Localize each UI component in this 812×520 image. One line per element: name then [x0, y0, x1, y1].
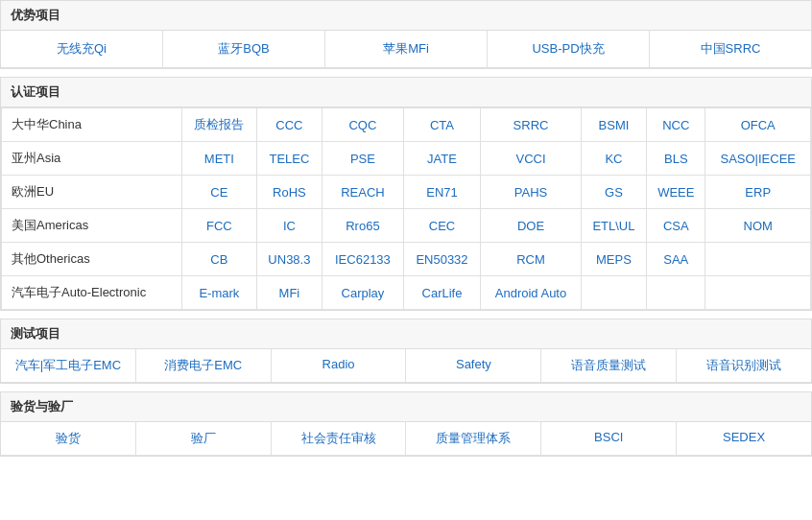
cert-cell-2-6[interactable]: WEEE	[647, 176, 705, 209]
advantage-row: 无线充Qi 蓝牙BQB 苹果MFi USB-PD快充 中国SRRC	[1, 31, 811, 68]
cert-cell-2-7[interactable]: ERP	[705, 176, 811, 209]
cert-label-3: 美国Americas	[2, 209, 182, 243]
testing-section: 测试项目 汽车|军工电子EMC消费电子EMCRadioSafety语音质量测试语…	[0, 319, 812, 384]
adv-cell-2[interactable]: 苹果MFi	[325, 31, 488, 67]
cert-cell-3-0[interactable]: FCC	[182, 209, 257, 243]
cert-cell-4-0[interactable]: CB	[182, 243, 257, 276]
verify-cell-1[interactable]: 验厂	[136, 422, 272, 455]
cert-row-0: 大中华China质检报告CCCCQCCTASRRCBSMINCCOFCA	[2, 108, 811, 142]
cert-cell-2-1[interactable]: RoHS	[256, 176, 322, 209]
cert-row-4: 其他OthericasCBUN38.3IEC62133EN50332RCMMEP…	[2, 243, 811, 276]
cert-cell-1-1[interactable]: TELEC	[256, 142, 322, 176]
certification-title: 认证项目	[0, 77, 812, 106]
adv-cell-0[interactable]: 无线充Qi	[1, 31, 163, 67]
verify-cell-2[interactable]: 社会责任审核	[272, 422, 407, 455]
cert-label-5: 汽车电子Auto-Electronic	[2, 276, 182, 310]
cert-cell-4-5[interactable]: MEPS	[581, 243, 646, 276]
certification-table: 大中华China质检报告CCCCQCCTASRRCBSMINCCOFCA亚州As…	[1, 107, 811, 310]
cert-cell-1-2[interactable]: PSE	[322, 142, 404, 176]
cert-cell-0-5[interactable]: BSMI	[581, 108, 646, 142]
cert-cell-4-2[interactable]: IEC62133	[322, 243, 404, 276]
test-cell-2[interactable]: Radio	[272, 349, 407, 382]
adv-cell-4[interactable]: 中国SRRC	[650, 31, 811, 67]
advantage-section: 优势项目 无线充Qi 蓝牙BQB 苹果MFi USB-PD快充 中国SRRC	[0, 0, 812, 69]
cert-label-0: 大中华China	[2, 108, 182, 142]
certification-section: 认证项目 大中华China质检报告CCCCQCCTASRRCBSMINCCOFC…	[0, 77, 812, 311]
cert-cell-3-3[interactable]: CEC	[403, 209, 480, 243]
cert-row-5: 汽车电子Auto-ElectronicE-markMFiCarplayCarLi…	[2, 276, 811, 310]
cert-cell-5-0[interactable]: E-mark	[182, 276, 257, 310]
cert-cell-5-3[interactable]: CarLife	[403, 276, 480, 310]
cert-cell-2-3[interactable]: EN71	[403, 176, 480, 209]
adv-cell-1[interactable]: 蓝牙BQB	[163, 31, 325, 67]
testing-title: 测试项目	[0, 319, 812, 348]
cert-cell-0-2[interactable]: CQC	[322, 108, 404, 142]
cert-cell-3-4[interactable]: DOE	[481, 209, 582, 243]
test-cell-1[interactable]: 消费电子EMC	[136, 349, 272, 382]
cert-cell-3-6[interactable]: CSA	[647, 209, 705, 243]
cert-cell-1-6[interactable]: BLS	[647, 142, 705, 176]
cert-cell-0-1[interactable]: CCC	[256, 108, 322, 142]
cert-cell-5-2[interactable]: Carplay	[322, 276, 404, 310]
cert-cell-0-7[interactable]: OFCA	[705, 108, 811, 142]
cert-cell-1-5[interactable]: KC	[581, 142, 646, 176]
verify-cell-3[interactable]: 质量管理体系	[406, 422, 541, 455]
cert-cell-1-7[interactable]: SASO|IECEE	[705, 142, 811, 176]
cert-cell-3-7[interactable]: NOM	[705, 209, 811, 243]
cert-cell-4-1[interactable]: UN38.3	[256, 243, 322, 276]
verify-cell-0[interactable]: 验货	[1, 422, 136, 455]
cert-cell-4-4[interactable]: RCM	[481, 243, 582, 276]
verify-cell-4[interactable]: BSCI	[541, 422, 677, 455]
test-cell-0[interactable]: 汽车|军工电子EMC	[1, 349, 136, 382]
cert-cell-4-3[interactable]: EN50332	[403, 243, 480, 276]
cert-cell-1-0[interactable]: METI	[182, 142, 257, 176]
verification-section: 验货与验厂 验货验厂社会责任审核质量管理体系BSCISEDEX	[0, 391, 812, 457]
cert-cell-0-0[interactable]: 质检报告	[182, 108, 257, 142]
adv-cell-3[interactable]: USB-PD快充	[488, 31, 650, 67]
cert-row-3: 美国AmericasFCCICRro65CECDOEETL\ULCSANOM	[2, 209, 811, 243]
cert-cell-2-4[interactable]: PAHS	[481, 176, 582, 209]
cert-cell-3-1[interactable]: IC	[256, 209, 322, 243]
cert-cell-1-3[interactable]: JATE	[403, 142, 480, 176]
cert-cell-4-7	[705, 243, 811, 276]
cert-cell-0-4[interactable]: SRRC	[481, 108, 582, 142]
cert-cell-4-6[interactable]: SAA	[647, 243, 705, 276]
cert-cell-0-3[interactable]: CTA	[403, 108, 480, 142]
cert-label-4: 其他Othericas	[2, 243, 182, 276]
cert-row-2: 欧洲EUCERoHSREACHEN71PAHSGSWEEEERP	[2, 176, 811, 209]
cert-cell-1-4[interactable]: VCCI	[481, 142, 582, 176]
cert-cell-2-0[interactable]: CE	[182, 176, 257, 209]
cert-cell-5-6	[647, 276, 705, 310]
test-cell-5[interactable]: 语音识别测试	[677, 349, 811, 382]
cert-row-1: 亚州AsiaMETITELECPSEJATEVCCIKCBLSSASO|IECE…	[2, 142, 811, 176]
cert-cell-5-5	[581, 276, 646, 310]
cert-cell-5-7	[705, 276, 811, 310]
verify-cell-5[interactable]: SEDEX	[677, 422, 811, 455]
cert-cell-2-2[interactable]: REACH	[322, 176, 404, 209]
test-cell-3[interactable]: Safety	[406, 349, 541, 382]
test-cell-4[interactable]: 语音质量测试	[541, 349, 677, 382]
cert-cell-5-4[interactable]: Android Auto	[481, 276, 582, 310]
cert-cell-3-2[interactable]: Rro65	[322, 209, 404, 243]
cert-label-1: 亚州Asia	[2, 142, 182, 176]
cert-label-2: 欧洲EU	[2, 176, 182, 209]
cert-cell-0-6[interactable]: NCC	[647, 108, 705, 142]
cert-cell-5-1[interactable]: MFi	[256, 276, 322, 310]
cert-cell-2-5[interactable]: GS	[581, 176, 646, 209]
verification-row: 验货验厂社会责任审核质量管理体系BSCISEDEX	[1, 422, 811, 456]
cert-cell-3-5[interactable]: ETL\UL	[581, 209, 646, 243]
advantage-title: 优势项目	[0, 0, 812, 30]
testing-row: 汽车|军工电子EMC消费电子EMCRadioSafety语音质量测试语音识别测试	[1, 349, 811, 383]
verification-title: 验货与验厂	[0, 391, 812, 421]
